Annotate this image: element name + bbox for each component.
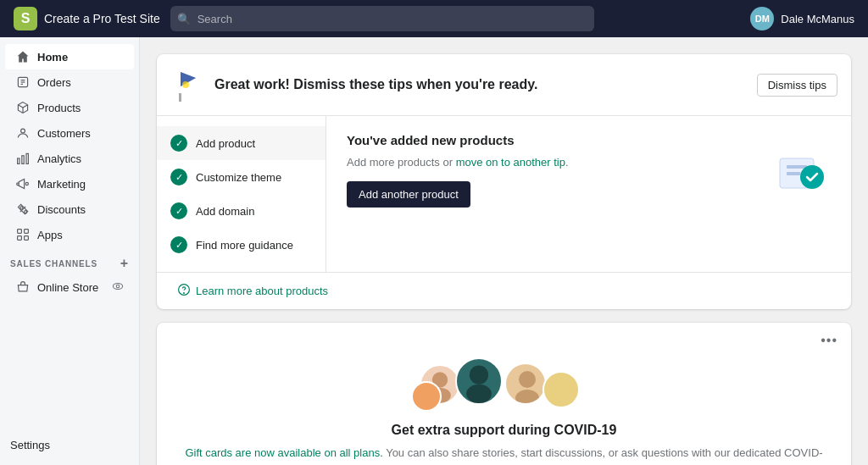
main-content: Great work! Dismiss these tips when you'… [140,37,868,465]
add-another-product-button[interactable]: Add another product [347,181,470,208]
search-input[interactable] [170,6,594,31]
search-icon: 🔍 [177,13,191,25]
tips-header-text: Great work! Dismiss these tips when you'… [214,77,747,92]
tips-steps: ✓ Add product ✓ Customize theme ✓ Add do… [157,116,326,272]
covid-desc: Gift cards are now available on all plan… [157,445,851,465]
svg-point-7 [21,129,25,133]
sidebar-item-orders[interactable]: Orders [5,69,134,95]
step-customize-theme-label: Customize theme [196,171,281,184]
avatar-4 [411,381,442,412]
svg-point-24 [182,81,189,88]
sales-channels-header: SALES CHANNELS + [0,247,139,274]
tips-illustration [763,133,831,201]
user-name: Dale McManus [781,13,854,25]
tips-content-desc: Add more products or move on to another … [347,154,749,171]
products-icon [15,100,31,115]
tips-card: Great work! Dismiss these tips when you'… [157,54,851,309]
topnav-right: DM Dale McManus [750,7,854,30]
svg-point-20 [116,285,120,288]
avatar-5 [542,371,580,408]
covid-card: ••• Get extra suppo [157,323,851,465]
tips-content-text: You've added new products Add more produ… [347,133,749,208]
step-check-add-product: ✓ [170,135,187,152]
dismiss-tips-button[interactable]: Dismiss tips [757,74,837,97]
svg-rect-26 [787,165,807,169]
sidebar-settings[interactable]: Settings [0,432,139,458]
sidebar: Home Orders Products Customers Analytics [0,37,140,465]
svg-point-33 [469,365,487,384]
sidebar-item-home[interactable]: Home [5,44,134,69]
svg-rect-15 [18,230,22,234]
online-store-label: Online Store [37,281,98,294]
orders-icon [15,75,31,90]
analytics-icon [15,151,31,166]
step-add-product[interactable]: ✓ Add product [157,126,326,160]
tips-body: ✓ Add product ✓ Customize theme ✓ Add do… [157,116,851,272]
learn-more-label: Learn more about products [196,285,328,297]
search-bar: 🔍 [170,6,594,31]
brand-name: Create a Pro Test Site [44,12,160,25]
sidebar-item-customers[interactable]: Customers [5,120,134,146]
svg-point-19 [113,283,122,289]
sidebar-item-discounts[interactable]: Discounts [5,197,134,222]
tips-content-title: You've added new products [347,133,749,147]
svg-rect-21 [179,93,181,102]
sidebar-item-apps[interactable]: Apps [5,222,134,247]
sidebar-analytics-label: Analytics [37,152,81,165]
add-sales-channel-button[interactable]: + [120,256,129,271]
sales-channels-label: SALES CHANNELS [10,259,97,268]
svg-point-28 [800,165,824,189]
step-find-guidance[interactable]: ✓ Find more guidance [157,228,326,262]
svg-rect-18 [25,236,29,241]
svg-rect-27 [787,172,800,175]
online-store-icon [15,280,31,295]
top-navigation: S Create a Pro Test Site 🔍 DM Dale McMan… [0,0,868,37]
svg-rect-8 [18,158,19,163]
sidebar-apps-label: Apps [37,229,63,241]
avatar[interactable]: DM [750,7,774,30]
svg-rect-10 [26,153,28,163]
step-add-domain-label: Add domain [196,205,254,218]
sidebar-customers-label: Customers [37,127,91,140]
covid-avatars [157,348,851,416]
covid-card-header: ••• [157,323,851,348]
home-icon [15,49,31,64]
svg-point-11 [25,182,28,185]
customers-icon [15,125,31,141]
svg-point-30 [184,293,185,294]
covid-title: Get extra support during COVID-19 [157,416,851,445]
sidebar-home-label: Home [37,51,68,64]
step-check-customize-theme: ✓ [170,169,187,185]
tips-footer[interactable]: Learn more about products [157,272,851,309]
more-options-button[interactable]: ••• [821,333,837,348]
avatar-2 [455,357,503,405]
sidebar-item-analytics[interactable]: Analytics [5,146,134,171]
online-store-left: Online Store [15,280,98,295]
tips-flag-icon [170,68,204,102]
svg-line-6 [23,105,28,108]
step-add-product-label: Add product [196,137,255,150]
sidebar-item-products[interactable]: Products [5,95,134,120]
step-find-guidance-label: Find more guidance [196,239,293,252]
settings-label: Settings [10,439,50,451]
tips-link[interactable]: move on to another tip [456,156,565,169]
eye-icon[interactable] [112,280,124,295]
avatar-3 [504,363,547,405]
sidebar-marketing-label: Marketing [37,178,86,191]
sidebar-products-label: Products [37,102,81,114]
step-check-add-domain: ✓ [170,202,187,219]
discounts-icon [15,202,31,217]
shopify-icon: S [14,7,37,30]
sidebar-item-marketing[interactable]: Marketing [5,171,134,197]
step-add-domain[interactable]: ✓ Add domain [157,194,326,228]
sidebar-item-online-store[interactable]: Online Store [5,274,134,300]
marketing-icon [15,176,31,191]
svg-point-36 [515,390,539,405]
svg-rect-9 [22,156,24,164]
covid-link[interactable]: Gift cards are now available on all plan… [185,446,382,459]
step-customize-theme[interactable]: ✓ Customize theme [157,160,326,194]
brand-logo[interactable]: S Create a Pro Test Site [14,7,160,30]
svg-line-5 [18,105,23,108]
svg-point-34 [466,385,492,403]
tips-content: You've added new products Add more produ… [326,116,851,272]
